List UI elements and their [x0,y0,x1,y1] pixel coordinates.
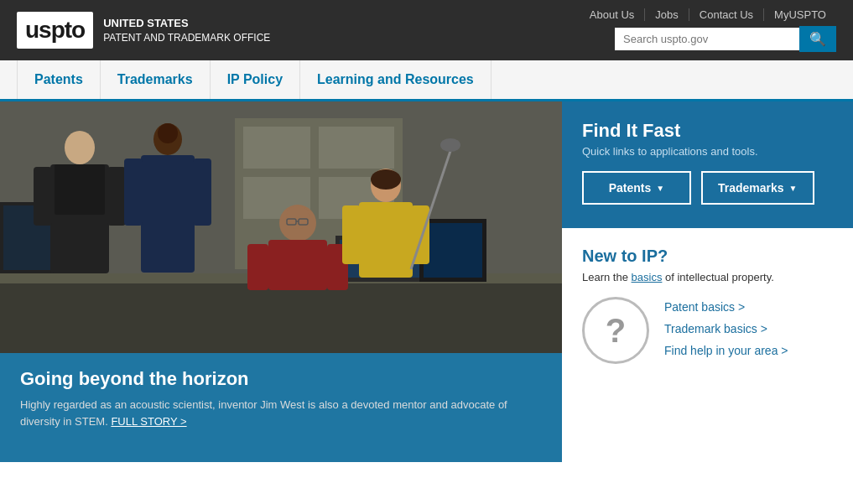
top-nav-about[interactable]: About Us [580,8,645,21]
header-right: About Us Jobs Contact Us MyUSPTO 🔍 [580,8,836,52]
logo-area: uspto UNITED STATES PATENT AND TRADEMARK… [17,12,270,49]
hero-image [0,101,562,353]
svg-rect-31 [247,244,268,290]
svg-rect-24 [193,158,211,226]
content-area: Going beyond the horizon Highly regarded… [0,101,853,462]
basics-link[interactable]: basics [632,271,663,283]
hero-heading: Going beyond the horizon [20,368,542,390]
top-nav-contact[interactable]: Contact Us [689,8,764,21]
svg-rect-3 [243,127,310,169]
svg-rect-30 [268,240,327,290]
search-input[interactable] [615,28,799,50]
new-to-ip-subtitle: Learn the basics of intellectual propert… [582,271,833,283]
search-bar: 🔍 [615,26,836,52]
svg-point-15 [65,131,95,164]
new-to-ip: New to IP? Learn the basics of intellect… [562,228,853,462]
nav-ip-policy[interactable]: IP Policy [211,60,300,99]
top-nav-myuspto[interactable]: MyUSPTO [764,8,836,21]
question-mark: ? [606,312,626,350]
svg-rect-34 [359,202,413,278]
nav-learning[interactable]: Learning and Resources [300,60,492,99]
agency-name: UNITED STATES PATENT AND TRADEMARK OFFIC… [103,16,270,45]
trademarks-button[interactable]: Trademarks ▼ [701,171,814,205]
site-header: uspto UNITED STATES PATENT AND TRADEMARK… [0,0,853,60]
ip-content: ? Patent basics > Trademark basics > Fin… [582,297,833,364]
svg-rect-17 [55,164,105,215]
svg-point-37 [371,169,401,190]
svg-rect-35 [342,205,361,264]
find-it-fast-subtext: Quick links to applications and tools. [582,145,833,158]
question-icon: ? [582,297,649,364]
hero-svg [0,101,562,353]
svg-point-21 [158,123,178,143]
nav-trademarks[interactable]: Trademarks [101,60,211,99]
svg-rect-12 [424,223,482,278]
find-it-fast-heading: Find It Fast [582,120,833,142]
svg-rect-19 [107,167,126,226]
top-nav-jobs[interactable]: Jobs [645,8,689,21]
svg-rect-18 [34,167,52,226]
svg-rect-22 [141,155,195,273]
svg-rect-4 [319,127,394,169]
agency-line2: PATENT AND TRADEMARK OFFICE [103,31,270,45]
svg-rect-23 [124,158,143,226]
hero-section: Going beyond the horizon Highly regarded… [0,101,562,462]
search-button[interactable]: 🔍 [799,26,836,52]
hero-body: Highly regarded as an acoustic scientist… [20,397,542,429]
nav-patents[interactable]: Patents [17,60,101,99]
trademark-basics-link[interactable]: Trademark basics > [664,322,788,335]
logo-text: uspto [25,17,85,43]
hero-caption: Going beyond the horizon Highly regarded… [0,353,562,462]
hero-image-bg [0,101,562,353]
find-it-fast: Find It Fast Quick links to applications… [562,101,853,228]
top-nav: About Us Jobs Contact Us MyUSPTO [580,8,836,21]
hero-link[interactable]: FULL STORY > [111,415,186,428]
ip-links: Patent basics > Trademark basics > Find … [664,297,788,357]
find-help-link[interactable]: Find help in your area > [664,344,788,357]
trademarks-arrow-icon: ▼ [789,184,798,193]
new-to-ip-heading: New to IP? [582,247,833,266]
svg-rect-36 [411,205,429,264]
svg-point-39 [440,138,460,152]
right-panel: Find It Fast Quick links to applications… [562,101,853,462]
quick-links: Patents ▼ Trademarks ▼ [582,171,833,205]
main-nav: Patents Trademarks IP Policy Learning an… [0,60,853,101]
patent-basics-link[interactable]: Patent basics > [664,300,788,314]
patents-button[interactable]: Patents ▼ [582,171,691,205]
logo-box: uspto [17,12,93,49]
patents-arrow-icon: ▼ [656,184,664,193]
agency-line1: UNITED STATES [103,16,270,31]
svg-point-26 [286,205,309,229]
